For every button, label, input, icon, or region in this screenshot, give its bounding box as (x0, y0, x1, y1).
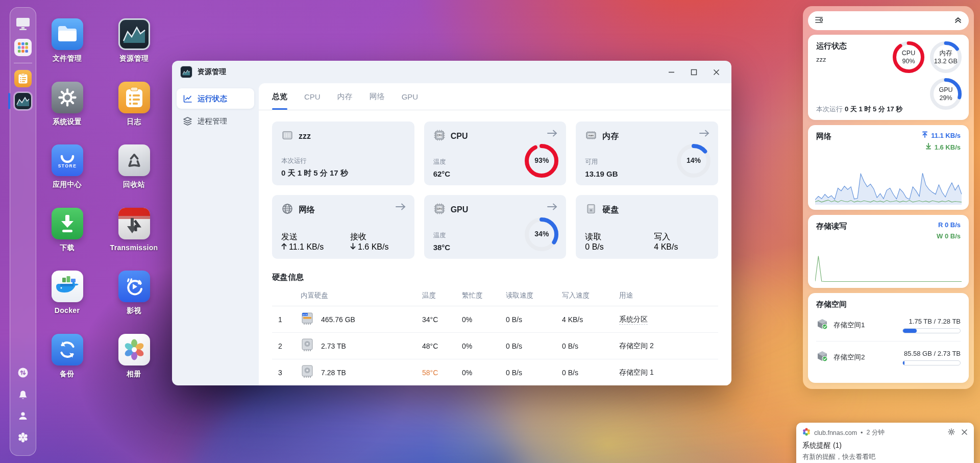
card-title: 网络 (299, 205, 315, 215)
widget-filter-icon[interactable] (815, 16, 824, 26)
dock-item-resource-monitor[interactable] (13, 91, 33, 111)
sync-arrows-icon (52, 334, 83, 365)
download-value: 1.6 KB/s (935, 143, 961, 151)
desktop-icon-resource-monitor[interactable]: 资源管理 (101, 18, 167, 82)
disk-write-label: 写入 (654, 232, 678, 242)
tab-memory[interactable]: 内存 (337, 83, 353, 110)
card-title: CPU (451, 132, 468, 141)
desktop-icon-photos[interactable]: 相册 (101, 334, 167, 397)
gear-icon (52, 82, 83, 113)
recv-value: 1.6 KB/s (358, 242, 388, 251)
dock-item-desktop[interactable] (13, 15, 33, 35)
navigate-arrow-icon[interactable] (699, 129, 710, 139)
desktop-icon-file-manager[interactable]: 文件管理 (34, 18, 101, 82)
network-sparkline (815, 168, 962, 205)
sidebar-item-running-status[interactable]: 运行状态 (177, 88, 254, 109)
tabs-bar: 总览 CPU 内存 网络 GPU (259, 83, 731, 110)
settings-icon[interactable] (17, 432, 29, 445)
gpu-card: GPU GPU 温度 38°C (424, 195, 567, 259)
table-row: 3 7.28 TB 58°C 0% 0 B/s 0 B/s 存储空间 1 (272, 359, 718, 386)
navigate-arrow-icon[interactable] (395, 203, 406, 213)
sidebar-item-process-management[interactable]: 进程管理 (177, 111, 254, 131)
file-manager-icon (52, 18, 83, 50)
desktop-icon-system-settings[interactable]: 系统设置 (34, 82, 101, 145)
network-widget: 网络 11.1 KB/s 1.6 KB/s (808, 125, 969, 210)
cpu-usage-ring: CPU90% (893, 41, 924, 73)
cpu-chip-icon: CPU (433, 129, 446, 143)
disk-info-heading: 硬盘信息 (272, 272, 718, 283)
send-value: 11.1 KB/s (289, 242, 324, 251)
tab-cpu[interactable]: CPU (304, 83, 321, 110)
download-arrow-icon (52, 208, 83, 239)
navigate-arrow-icon[interactable] (547, 203, 558, 213)
tab-overview[interactable]: 总览 (272, 83, 287, 110)
desktop-icon-video[interactable]: 影视 (101, 271, 167, 334)
desktop-icon-label: 相册 (127, 370, 141, 379)
desktop-icon-label: 回收站 (123, 180, 145, 189)
minimize-button[interactable] (660, 63, 682, 81)
uptime-text: 本次运行0 天 1 时 5 分 17 秒 (816, 105, 902, 114)
storage-space-item[interactable]: 存储空间1 1.75 TB / 7.28 TB (816, 309, 961, 341)
desktop-icon-app-center[interactable]: STORE 应用中心 (34, 144, 101, 208)
notification-settings-gear-icon[interactable] (948, 428, 955, 437)
desktop-icon-recycle-bin[interactable]: 回收站 (101, 144, 167, 208)
desktop-icon-label: 影视 (127, 306, 141, 315)
desktop-icon-transmission[interactable]: Transmission (101, 208, 167, 271)
cpu-temp-value: 62°C (433, 169, 451, 178)
storage-space-name: 存储空间1 (834, 321, 865, 330)
docker-whale-icon (52, 271, 83, 302)
dock (10, 7, 36, 456)
globe-icon (281, 203, 293, 217)
tab-network[interactable]: 网络 (370, 83, 385, 110)
storage-rw-sparkline (815, 253, 962, 283)
notification-close-icon[interactable] (961, 429, 968, 437)
svg-text:STORE: STORE (58, 163, 77, 168)
app-grid-icon (14, 39, 32, 56)
storage-progress-bar (902, 328, 961, 333)
storage-space-item[interactable]: 存储空间2 85.58 GB / 2.73 TB (816, 341, 961, 373)
desktop-icon-label: Transmission (110, 243, 158, 252)
line-chart-icon (183, 94, 192, 104)
bell-icon[interactable] (17, 389, 29, 402)
resource-monitor-icon (14, 92, 32, 110)
card-title: GPU (451, 205, 469, 214)
gpu-temp-value: 38°C (433, 243, 451, 252)
tab-gpu[interactable]: GPU (402, 83, 419, 110)
widget-title: 存储空间 (816, 300, 961, 309)
close-button[interactable] (705, 63, 727, 81)
video-play-icon (118, 271, 150, 302)
storage-cube-icon (816, 318, 828, 332)
log-app-icon (14, 70, 32, 87)
dock-item-app-grid[interactable] (13, 38, 33, 57)
ram-chip-icon: RAM (585, 129, 597, 143)
window-titlebar[interactable]: 资源管理 (172, 61, 731, 83)
window-title: 资源管理 (198, 67, 226, 77)
desktop-icon-label: 资源管理 (119, 54, 149, 63)
maximize-button[interactable] (682, 63, 705, 81)
notification-toast[interactable]: club.fnnas.com • 2 分钟 系统提醒 (1) 有新的提醒，快去看… (796, 423, 974, 463)
navigate-arrow-icon[interactable] (547, 129, 558, 139)
transfer-icon[interactable] (17, 367, 29, 380)
storage-space-usage: 85.58 GB / 2.73 TB (902, 350, 961, 357)
transmission-icon (118, 208, 150, 239)
notification-source: club.fnnas.com (814, 429, 857, 436)
desktop-icon-downloads[interactable]: 下载 (34, 208, 101, 271)
memory-usage-ring: 14% (677, 144, 710, 178)
storage-cube-icon (816, 350, 828, 364)
dock-item-logs[interactable] (13, 69, 33, 88)
resource-monitor-icon (118, 18, 150, 50)
desktop-icon-label: 系统设置 (53, 117, 82, 127)
widget-panel: 运行状态 zzz CPU90% 内存13.2 GB GPU29% 本次运行0 天… (803, 6, 974, 389)
download-icon (925, 143, 932, 151)
desktop-icon-logs[interactable]: 日志 (101, 82, 167, 145)
widget-panel-header (808, 11, 969, 30)
cpu-usage-ring: 93% (525, 144, 558, 178)
upload-value: 11.1 KB/s (931, 132, 961, 139)
desktop-icon-docker[interactable]: Docker (34, 271, 101, 334)
gpu-usage-ring: 34% (525, 217, 558, 251)
collapse-chevron-icon[interactable] (954, 16, 962, 26)
user-icon[interactable] (18, 411, 28, 423)
desktop-icon-backup[interactable]: 备份 (34, 334, 101, 397)
notification-time: 2 分钟 (866, 428, 884, 437)
dock-divider (14, 63, 32, 63)
